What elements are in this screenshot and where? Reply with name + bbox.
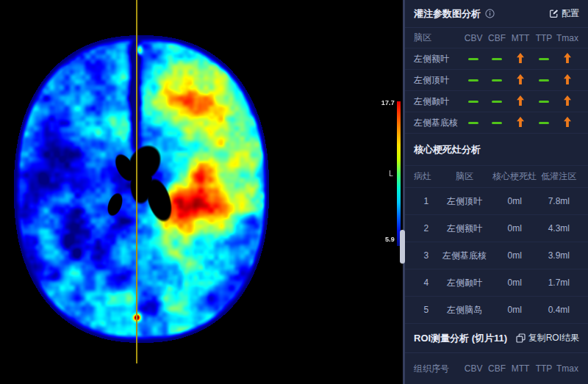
perfusion-table-row[interactable]: 左侧顶叶 [405,70,588,91]
core-infarct-volume: 0ml [491,196,539,206]
roi-column-header: 组织序号 [414,363,462,375]
trend-flat-icon [492,101,502,103]
infarct-column-header: 病灶 [414,170,439,183]
trend-cell [556,117,579,129]
trend-cell [462,122,485,124]
midline-reference-line[interactable] [136,0,137,363]
infarct-table-row[interactable]: 4左侧颞叶0ml1.7ml [405,269,588,297]
infarct-column-header: 低灌注区 [539,170,579,183]
trend-cell [485,58,509,60]
lesion-index: 2 [414,223,439,233]
trend-cell [532,58,556,60]
region-label: 左侧顶叶 [414,74,462,87]
region-label: 左侧基底核 [414,117,462,129]
trend-cell [462,58,485,60]
trend-up-icon [517,74,524,87]
trend-cell [532,79,556,81]
trend-up-icon [517,95,524,108]
infarct-table-row[interactable]: 1左侧顶叶0ml7.8ml [405,188,588,215]
trend-flat-icon [468,58,478,60]
hypoperfusion-volume: 7.8ml [539,196,579,206]
trend-flat-icon [539,101,549,103]
infarct-table-row[interactable]: 5左侧脑岛0ml0.4ml [405,297,588,324]
perfusion-map-image[interactable] [0,0,401,384]
infarct-section-header: 核心梗死灶分析 [405,134,588,166]
trend-up-icon [517,117,524,129]
configure-button[interactable]: 配置 [549,7,579,20]
trend-cell [532,101,556,103]
lesion-index: 4 [414,278,439,288]
copy-roi-label: 复制ROI结果 [528,332,579,344]
roi-section-title: ROI测量分析 (切片11) [414,332,507,345]
colorbar-max-label: 17.7 [376,99,395,106]
infarct-table-row[interactable]: 3左侧基底核0ml3.9ml [405,242,588,269]
trend-cell [509,95,532,108]
core-infarct-volume: 0ml [491,278,539,288]
lesion-index: 1 [414,196,439,206]
lesion-region: 左侧颞叶 [439,277,491,289]
roi-column-header: CBF [485,363,509,374]
trend-flat-icon [539,79,549,81]
roi-column-header: Tmax [556,363,579,374]
copy-icon [516,333,526,343]
edit-icon [549,9,559,18]
panel-scrollbar-thumb[interactable] [400,230,405,264]
perfusion-column-header: TTP [532,33,556,43]
colorbar-min-label: 5.9 [379,236,395,243]
perfusion-table-row[interactable]: 左侧颞叶 [405,91,588,112]
hypoperfusion-volume: 4.3ml [539,223,579,233]
perfusion-column-header: CBV [462,33,485,43]
trend-up-icon [564,117,571,129]
trend-cell [556,95,579,108]
analysis-panel: 灌注参数图分析 配置 脑区CBVCBFMTTTTPTmax 左侧额叶左侧顶叶左侧… [403,0,588,384]
perfusion-column-header: CBF [485,33,509,43]
copy-roi-button[interactable]: 复制ROI结果 [516,332,579,344]
perfusion-column-header: MTT [509,33,532,43]
trend-up-icon [564,53,571,65]
perfusion-column-header: 脑区 [414,32,462,44]
trend-up-icon [564,74,571,87]
colorbar-mid-label: L [379,170,393,178]
trend-cell [462,79,485,81]
trend-cell [556,74,579,87]
trend-flat-icon [492,58,502,60]
perfusion-column-header: Tmax [556,33,579,43]
trend-cell [509,53,532,65]
hypoperfusion-volume: 1.7ml [539,278,579,288]
hypoperfusion-volume: 0.4ml [539,305,579,315]
core-infarct-volume: 0ml [491,223,539,233]
infarct-column-header: 脑区 [439,170,491,183]
core-infarct-volume: 0ml [491,250,539,261]
trend-flat-icon [492,79,502,81]
trend-flat-icon [539,58,549,60]
perfusion-table-body: 左侧额叶左侧顶叶左侧颞叶左侧基底核 [405,48,588,134]
region-label: 左侧颞叶 [414,95,462,108]
trend-flat-icon [468,122,478,124]
perfusion-table-row[interactable]: 左侧额叶 [405,48,588,70]
roi-section-header: ROI测量分析 (切片11) 复制ROI结果 [405,324,588,353]
perfusion-table-row[interactable]: 左侧基底核 [405,112,588,134]
trend-flat-icon [539,122,549,124]
trend-cell [509,117,532,129]
lesion-region: 左侧额叶 [439,222,491,235]
lesion-index: 5 [414,305,439,315]
infarct-table-row[interactable]: 2左侧额叶0ml4.3ml [405,215,588,242]
region-label: 左侧额叶 [414,53,462,65]
colorbar [397,101,401,246]
infarct-table-header: 病灶脑区核心梗死灶低灌注区 [405,166,588,188]
roi-column-header: TTP [532,363,556,374]
trend-cell [485,79,509,81]
image-viewer[interactable]: 17.7 L 5.9 [0,0,403,384]
lesion-region: 左侧脑岛 [439,304,491,316]
trend-cell [532,122,556,124]
trend-cell [485,101,509,103]
roi-column-header: CBV [462,363,485,374]
infarct-column-header: 核心梗死灶 [491,170,539,183]
core-infarct-volume: 0ml [491,305,539,315]
lesion-region: 左侧顶叶 [439,195,491,208]
info-icon[interactable] [485,9,495,18]
perfusion-table-header: 脑区CBVCBFMTTTTPTmax [405,28,588,48]
trend-up-icon [564,95,571,108]
infarct-table-body: 1左侧顶叶0ml7.8ml2左侧额叶0ml4.3ml3左侧基底核0ml3.9ml… [405,188,588,324]
perfusion-section-title: 灌注参数图分析 [414,7,481,21]
